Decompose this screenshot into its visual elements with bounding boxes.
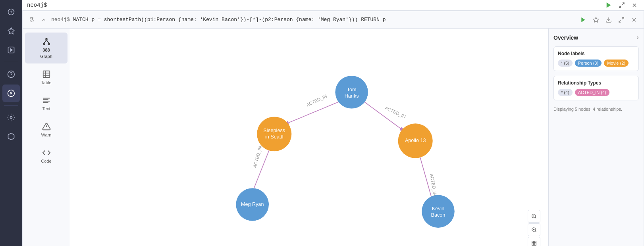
sidebar-item-home[interactable] (2, 3, 20, 21)
expand-result-button[interactable] (617, 15, 626, 25)
node-tom-hanks-label: Tom (347, 87, 357, 92)
svg-point-9 (10, 117, 12, 119)
node-kevin-bacon-label2: Bacon (431, 212, 445, 218)
svg-line-44 (535, 231, 536, 232)
download-result-button[interactable] (604, 15, 613, 25)
pin-button[interactable] (27, 15, 36, 24)
view-warn[interactable]: Warn (25, 117, 67, 142)
query-text: MATCH p = shortestPath((p1:Person {name:… (70, 17, 386, 23)
svg-line-26 (44, 40, 46, 43)
zoom-in-button[interactable] (528, 210, 540, 223)
view-warn-label: Warn (41, 133, 52, 137)
svg-marker-1 (8, 28, 15, 34)
overview-title: Overview (553, 35, 578, 41)
sidebar-item-help[interactable] (2, 65, 20, 83)
svg-point-24 (43, 44, 44, 45)
svg-line-11 (622, 3, 624, 5)
view-graph-label: Graph (40, 54, 52, 59)
svg-marker-10 (607, 2, 611, 8)
sidebar-item-settings[interactable] (2, 109, 20, 126)
rel-types-title: Relationship Types (558, 80, 634, 86)
query-input[interactable] (27, 2, 600, 8)
badge-all-rels[interactable]: * (4) (558, 89, 573, 96)
edge-label-tom-sleepless: ACTED_IN (305, 94, 328, 108)
view-panel: 388 Graph Table Text (23, 29, 70, 246)
view-text-label: Text (42, 106, 50, 111)
overview-note: Displaying 5 nodes, 4 relationships. (553, 107, 639, 111)
svg-marker-17 (593, 17, 598, 22)
svg-rect-46 (532, 241, 536, 246)
sidebar-item-error[interactable] (2, 85, 20, 102)
sidebar (0, 0, 22, 246)
view-graph[interactable]: 388 Graph (25, 33, 67, 63)
zoom-out-button[interactable] (528, 223, 540, 236)
rel-types-section: Relationship Types * (4) ACTED_IN (4) (553, 76, 639, 100)
node-kevin-bacon-label1: Kevin (432, 206, 445, 211)
svg-rect-28 (43, 71, 50, 78)
sidebar-item-plugin[interactable] (2, 128, 20, 145)
svg-line-12 (619, 6, 621, 8)
query-prefix: neo4j$ (51, 17, 70, 23)
view-text[interactable]: Text (25, 91, 67, 116)
node-meg-ryan-label: Meg Ryan (241, 202, 264, 207)
node-sleepless-label2: in Seattl (265, 134, 283, 140)
view-table-label: Table (41, 80, 51, 85)
overview-expand-button[interactable]: › (636, 33, 639, 42)
result-area: neo4j$ MATCH p = shortestPath((p1:Person… (22, 11, 644, 246)
node-tom-hanks-label2: Hanks (345, 93, 359, 99)
view-table[interactable]: Table (25, 65, 67, 90)
view-graph-count: 388 (42, 48, 50, 52)
close-result-button[interactable] (629, 15, 639, 25)
node-labels-badges: * (5) Person (3) Movie (2) (558, 60, 634, 67)
run-query-button[interactable] (604, 0, 614, 10)
badge-acted-in[interactable]: ACTED_IN (4) (575, 89, 609, 96)
up-button[interactable] (39, 15, 48, 24)
query-display: neo4j$ MATCH p = shortestPath((p1:Person… (51, 17, 575, 23)
edge-label-meg-sleepless: ACTED_IN (252, 145, 262, 168)
node-sleepless-label1: Sleepless (263, 128, 285, 133)
sidebar-item-star[interactable] (2, 22, 20, 40)
expand-query-button[interactable] (617, 0, 627, 10)
badge-person[interactable]: Person (3) (575, 60, 602, 67)
view-code-label: Code (41, 159, 51, 163)
overview-panel: Overview › Node labels * (5) Person (3) … (548, 29, 644, 246)
fit-button[interactable] (528, 237, 540, 246)
main-content: neo4j$ MATCH p = shortestPath((p1:Person… (22, 0, 644, 246)
svg-line-20 (619, 20, 621, 22)
result-body: 388 Graph Table Text (23, 29, 644, 246)
zoom-controls (528, 210, 540, 246)
sidebar-divider (4, 62, 18, 62)
view-code[interactable]: Code (25, 144, 67, 168)
node-labels-section: Node labels * (5) Person (3) Movie (2) (553, 46, 639, 71)
badge-movie[interactable]: Movie (2) (604, 60, 629, 67)
graph-svg: ACTED_IN ACTED_IN ACTED_IN ACTED_IN Tom … (70, 29, 548, 246)
svg-point-23 (46, 38, 47, 40)
svg-marker-3 (10, 49, 12, 52)
svg-line-19 (622, 17, 624, 19)
overview-header: Overview › (553, 33, 639, 42)
close-query-button[interactable] (630, 0, 639, 10)
result-toolbar: neo4j$ MATCH p = shortestPath((p1:Person… (23, 11, 644, 29)
sidebar-item-play[interactable] (2, 41, 20, 59)
run-result-button[interactable] (578, 15, 588, 25)
edge-label-tom-apollo: ACTED_IN (384, 106, 406, 119)
svg-line-40 (535, 217, 536, 219)
svg-marker-16 (581, 17, 585, 22)
query-bar (22, 0, 644, 11)
svg-line-27 (46, 40, 49, 43)
node-apollo13-label: Apollo 13 (405, 138, 426, 143)
graph-canvas[interactable]: ACTED_IN ACTED_IN ACTED_IN ACTED_IN Tom … (70, 29, 548, 246)
badge-all-nodes[interactable]: * (5) (558, 60, 573, 67)
rel-types-badges: * (4) ACTED_IN (4) (558, 89, 634, 96)
node-labels-title: Node labels (558, 51, 634, 56)
sidebar-divider-2 (4, 105, 18, 106)
svg-point-25 (48, 44, 50, 45)
star-result-button[interactable] (591, 15, 601, 25)
